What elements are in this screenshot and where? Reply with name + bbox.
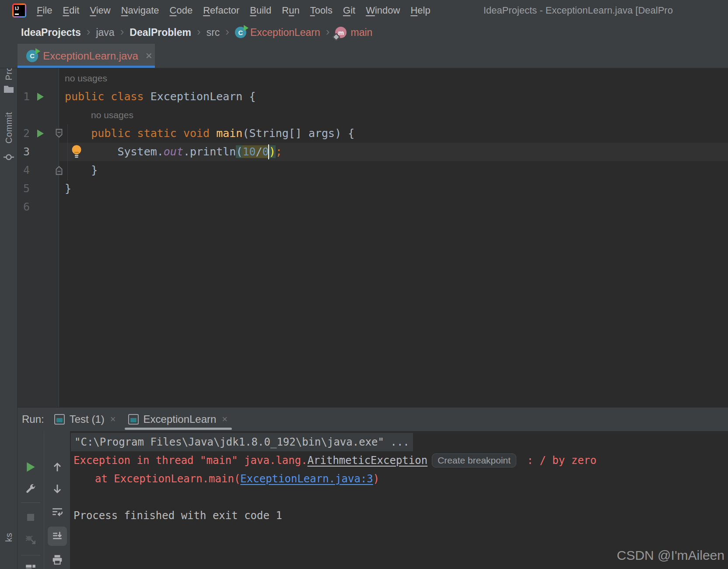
class-ref-token: System (117, 145, 157, 158)
code-line-2: 2 public static void main(String[] args)… (18, 124, 728, 143)
chevron-right-icon: › (191, 25, 206, 39)
fold-end-icon[interactable] (55, 165, 63, 177)
menu-file[interactable]: File (32, 5, 57, 16)
edit-configuration-wrench-button[interactable] (21, 479, 40, 499)
semicolon-token: ; (276, 145, 282, 158)
code-line-4: 4 } (18, 161, 728, 179)
sidebar-item-commit[interactable]: Commit (4, 112, 14, 144)
run-class-icon[interactable] (36, 92, 45, 103)
run-tab-bar: Run: Test (1) × ExceptionLearn × (18, 407, 728, 431)
line-number: 1 (18, 88, 30, 106)
exception-class-link[interactable]: ArithmeticException (308, 454, 428, 467)
close-icon[interactable]: × (221, 414, 228, 425)
left-tool-stripe: Project Commit ks (0, 44, 18, 569)
up-stack-trace-button[interactable] (48, 457, 67, 477)
toolbar-separator (21, 502, 40, 503)
source-location-link[interactable]: ExceptionLearn.java:3 (240, 473, 373, 485)
usages-hint[interactable]: no usages (65, 69, 107, 88)
line-number: 4 (18, 161, 30, 179)
line-number: 6 (18, 198, 30, 216)
fold-start-icon[interactable] (55, 128, 63, 140)
ide-window: IJ File Edit View Navigate Code Refactor… (0, 0, 728, 569)
selected-tab-indicator (125, 428, 232, 430)
close-icon[interactable]: × (143, 49, 155, 63)
menu-view[interactable]: View (84, 5, 116, 16)
menu-refactor[interactable]: Refactor (198, 5, 245, 16)
tab-label: ExceptionLearn.java (43, 50, 138, 62)
java-class-icon: C (235, 27, 246, 38)
run-tab-exceptionlearn[interactable]: ExceptionLearn × (122, 407, 234, 431)
line-number: 5 (18, 179, 30, 198)
print-button[interactable] (48, 550, 67, 569)
line-number: 3 (18, 143, 30, 161)
inlay-hint-row: no usages (18, 69, 728, 88)
commit-icon (3, 151, 14, 165)
breadcrumb-src[interactable]: src (206, 27, 220, 39)
run-tab-test[interactable]: Test (1) × (49, 407, 122, 431)
main-menu: File Edit View Navigate Code Refactor Bu… (32, 5, 436, 16)
code-line-6: 6 (18, 198, 728, 216)
stop-button[interactable] (21, 508, 40, 527)
text-caret (268, 144, 269, 159)
tab-exceptionlearn-java[interactable]: C ExceptionLearn.java × (18, 44, 155, 68)
keyword-token: public static void (91, 127, 216, 140)
method-name-token: main (216, 127, 242, 140)
menu-bar: IJ File Edit View Navigate Code Refactor… (0, 0, 728, 21)
rerun-button[interactable] (21, 457, 40, 477)
breadcrumb-package[interactable]: java (96, 27, 114, 39)
soft-wrap-button[interactable] (48, 502, 67, 522)
code-editor[interactable]: no usages 1 public class ExceptionLearn … (18, 68, 728, 407)
run-panel-title[interactable]: Run: (22, 413, 44, 425)
code-line-3: 3 System.out.println(10/0); (18, 143, 728, 161)
run-tool-window: Run: Test (1) × ExceptionLearn × (18, 407, 728, 569)
create-breakpoint-button[interactable]: Create breakpoint (432, 453, 516, 467)
toolbar-separator (21, 555, 40, 555)
console-line-command: "C:\Program Files\Java\jdk1.8.0_192\bin\… (74, 433, 728, 451)
active-tab-indicator (18, 66, 155, 68)
console-line-stacktrace: at ExceptionLearn.main(ExceptionLearn.ja… (74, 470, 728, 488)
number-token: 10 (242, 145, 256, 158)
csdn-watermark: CSDN @I'mAileen (617, 548, 724, 563)
console-command-text: "C:\Program Files\Java\jdk1.8.0_192\bin\… (71, 433, 413, 451)
console-icon (54, 414, 65, 425)
code-line-5: 5 } (18, 179, 728, 198)
close-icon[interactable]: × (109, 414, 117, 425)
down-stack-trace-button[interactable] (48, 479, 67, 499)
scroll-to-end-button[interactable] (48, 527, 67, 546)
console-line-exit: Process finished with exit code 1 (74, 506, 728, 525)
menu-edit[interactable]: Edit (57, 5, 84, 16)
breadcrumb: IdeaProjects › java › DealProblem › src … (0, 21, 728, 44)
restore-layout-button[interactable] (21, 558, 40, 569)
java-method-icon: m (335, 27, 346, 38)
menu-git[interactable]: Git (338, 5, 360, 16)
usages-hint[interactable]: no usages (91, 106, 133, 124)
keyword-token: public class (65, 90, 150, 103)
run-method-icon[interactable] (36, 129, 45, 140)
chevron-right-icon: › (81, 25, 96, 39)
code-text: } (65, 161, 98, 179)
method-call-token: println (190, 145, 236, 158)
console-line-exception: Exception in thread "main" java.lang.Ari… (74, 451, 728, 470)
operator-token: / (256, 145, 262, 158)
menu-code[interactable]: Code (164, 5, 198, 16)
open-paren-token: ( (236, 145, 242, 158)
sidebar-item-bookmarks-partial[interactable]: ks (4, 533, 14, 542)
code-text: } (65, 179, 71, 198)
breadcrumb-module[interactable]: DealProblem (130, 27, 191, 39)
attach-debugger-icon[interactable] (21, 530, 40, 549)
menu-help[interactable]: Help (405, 5, 435, 16)
console-line-blank (74, 488, 728, 506)
line-number: 2 (18, 124, 30, 143)
inlay-hint-row: no usages (18, 106, 728, 124)
menu-navigate[interactable]: Navigate (116, 5, 164, 16)
editor-tab-bar: C ExceptionLearn.java × (0, 44, 728, 68)
menu-run[interactable]: Run (276, 5, 304, 16)
menu-tools[interactable]: Tools (305, 5, 338, 16)
breadcrumb-project-root[interactable]: IdeaProjects (21, 27, 81, 39)
run-toolbar-left (18, 431, 44, 569)
breadcrumb-method[interactable]: main (350, 27, 372, 39)
menu-build[interactable]: Build (245, 5, 276, 16)
menu-window[interactable]: Window (360, 5, 405, 16)
breadcrumb-class[interactable]: ExceptionLearn (250, 27, 320, 39)
chevron-right-icon: › (220, 25, 235, 39)
